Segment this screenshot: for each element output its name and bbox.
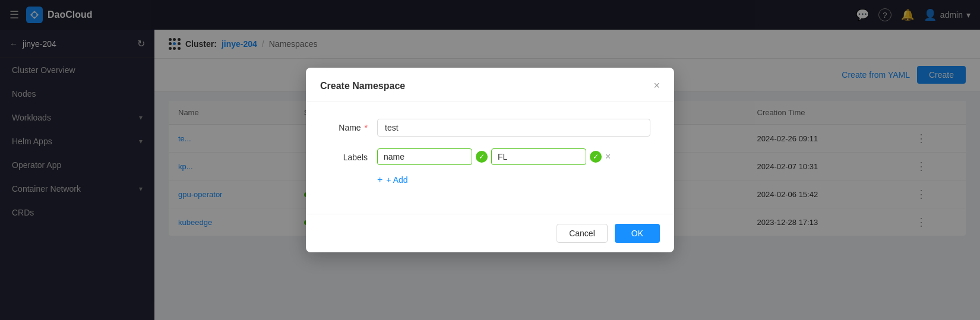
cancel-button[interactable]: Cancel bbox=[557, 224, 608, 243]
label-key-valid-icon: ✓ bbox=[476, 151, 488, 163]
add-label-plus-icon: + bbox=[377, 175, 382, 185]
create-namespace-modal: Create Namespace × Name * Labels bbox=[306, 68, 674, 252]
modal-title: Create Namespace bbox=[320, 81, 405, 91]
remove-label-button[interactable]: × bbox=[605, 151, 611, 162]
labels-field-label: Labels bbox=[320, 148, 368, 162]
labels-form-row: Labels ✓ ✓ × + + Add bbox=[320, 148, 660, 185]
labels-inputs-container: ✓ ✓ × + + Add bbox=[377, 148, 611, 185]
name-field-label: Name * bbox=[320, 119, 368, 132]
modal-footer: Cancel OK bbox=[306, 214, 674, 252]
label-value-input[interactable] bbox=[491, 148, 586, 165]
name-input[interactable] bbox=[377, 119, 650, 137]
modal-close-button[interactable]: × bbox=[653, 80, 660, 92]
add-label-text: + Add bbox=[386, 175, 407, 185]
label-key-input[interactable] bbox=[377, 148, 472, 165]
add-label-button[interactable]: + + Add bbox=[377, 175, 611, 185]
ok-button[interactable]: OK bbox=[615, 224, 660, 243]
modal-header: Create Namespace × bbox=[306, 68, 674, 102]
required-indicator: * bbox=[365, 123, 368, 132]
label-value-valid-icon: ✓ bbox=[590, 151, 602, 163]
label-pair-1: ✓ ✓ × bbox=[377, 148, 611, 165]
name-form-row: Name * bbox=[320, 119, 660, 137]
modal-body: Name * Labels ✓ ✓ × bbox=[306, 102, 674, 214]
modal-overlay: Create Namespace × Name * Labels bbox=[0, 0, 980, 320]
